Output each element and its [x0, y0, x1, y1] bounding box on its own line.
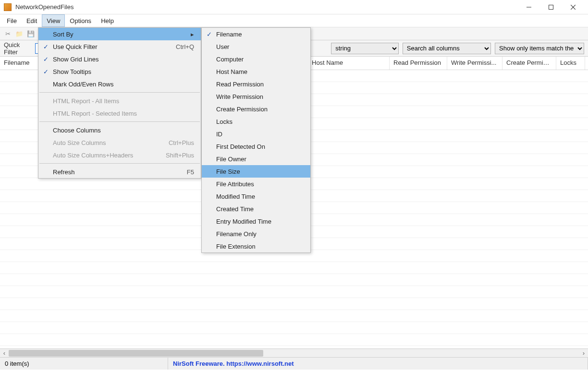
sort-item-label: Computer — [216, 56, 304, 63]
sort-item-read-permission[interactable]: Read Permission — [202, 78, 310, 90]
menu-item-label: Show Grid Lines — [53, 56, 194, 63]
sort-item-label: Filename Only — [216, 230, 304, 238]
window-title: NetworkOpenedFiles — [15, 3, 74, 11]
sort-item-label: Filename — [216, 31, 304, 38]
cut-icon[interactable]: ✂ — [3, 29, 12, 38]
col-read-permission[interactable]: Read Permission — [390, 57, 447, 70]
scroll-left-icon[interactable]: ‹ — [0, 349, 9, 357]
minimize-button[interactable] — [518, 0, 540, 14]
menu-bar: File Edit View Options Help — [0, 14, 588, 27]
sort-item-entry-modified-time[interactable]: Entry Modified Time — [202, 215, 310, 228]
menu-item-label: HTML Report - Selected Items — [53, 110, 194, 117]
sort-item-label: Created Time — [216, 205, 304, 213]
app-icon — [4, 3, 12, 11]
sort-item-created-time[interactable]: Created Time — [202, 203, 310, 215]
svg-rect-1 — [549, 5, 553, 9]
sort-item-locks[interactable]: Locks — [202, 115, 310, 128]
menu-help[interactable]: Help — [96, 14, 119, 27]
menu-file[interactable]: File — [2, 14, 22, 27]
sort-item-label: File Attributes — [216, 180, 304, 188]
sort-item-label: File Size — [216, 168, 304, 175]
sort-item-filename-only[interactable]: Filename Only — [202, 228, 310, 240]
col-create-permission[interactable]: Create Permiss... — [502, 57, 556, 70]
sort-item-user[interactable]: User — [202, 40, 310, 53]
sort-item-label: File Extension — [216, 243, 304, 250]
sort-item-label: Write Permission — [216, 93, 304, 100]
menu-item-html-report-all-items: HTML Report - All Items — [38, 95, 201, 107]
menu-item-choose-columns[interactable]: Choose Columns — [38, 124, 201, 136]
menu-item-accel: Ctrl+Plus — [159, 139, 194, 146]
folder-icon[interactable]: 📁 — [14, 29, 24, 38]
maximize-button[interactable] — [540, 0, 562, 14]
menu-item-show-tooltips[interactable]: ✓Show Tooltips — [38, 65, 201, 78]
check-icon: ✓ — [38, 68, 53, 75]
scroll-track[interactable] — [9, 349, 579, 357]
table-row — [0, 322, 588, 334]
sort-item-label: ID — [216, 131, 304, 138]
title-bar: NetworkOpenedFiles — [0, 0, 588, 14]
table-row — [0, 262, 588, 274]
menu-item-label: Mark Odd/Even Rows — [53, 81, 194, 88]
sort-item-create-permission[interactable]: Create Permission — [202, 103, 310, 115]
menu-item-label: Sort By — [53, 31, 191, 38]
menu-item-html-report-selected-items: HTML Report - Selected Items — [38, 107, 201, 120]
sort-item-label: Modified Time — [216, 193, 304, 200]
col-write-permission[interactable]: Write Permissi... — [447, 57, 502, 70]
menu-item-sort-by[interactable]: Sort By▸ — [38, 28, 201, 40]
save-icon[interactable]: 💾 — [26, 29, 36, 38]
filter-column-select[interactable]: Search all columns — [403, 43, 491, 54]
menu-item-label: Auto Size Columns — [53, 139, 159, 146]
sort-item-label: Locks — [216, 118, 304, 125]
scroll-thumb[interactable] — [9, 350, 263, 357]
sort-item-computer[interactable]: Computer — [202, 53, 310, 65]
table-row — [0, 298, 588, 310]
menu-item-use-quick-filter[interactable]: ✓Use Quick FilterCtrl+Q — [38, 40, 201, 53]
menu-item-label: HTML Report - All Items — [53, 97, 194, 105]
sort-item-label: Host Name — [216, 68, 304, 75]
sort-item-first-detected-on[interactable]: First Detected On — [202, 140, 310, 153]
scroll-right-icon[interactable]: › — [579, 349, 588, 357]
menu-options[interactable]: Options — [65, 14, 96, 27]
menu-edit[interactable]: Edit — [22, 14, 42, 27]
menu-item-mark-odd-even-rows[interactable]: Mark Odd/Even Rows — [38, 78, 201, 90]
sort-item-file-attributes[interactable]: File Attributes — [202, 178, 310, 190]
sort-item-label: File Owner — [216, 156, 304, 163]
col-hostname[interactable]: Host Name — [308, 57, 390, 70]
filter-type-select[interactable]: string — [331, 43, 399, 54]
filter-mode-select[interactable]: Show only items match the f — [495, 43, 584, 54]
status-count: 0 item(s) — [0, 358, 168, 370]
menu-item-accel: Shift+Plus — [156, 152, 194, 159]
menu-item-label: Use Quick Filter — [53, 43, 166, 50]
table-row — [0, 286, 588, 298]
chevron-right-icon: ▸ — [191, 31, 194, 38]
sort-item-file-size[interactable]: File Size — [202, 165, 310, 178]
menu-item-label: Show Tooltips — [53, 68, 194, 75]
sort-item-label: User — [216, 43, 304, 50]
sort-item-file-owner[interactable]: File Owner — [202, 153, 310, 165]
table-row — [0, 334, 588, 346]
view-dropdown: Sort By▸✓Use Quick FilterCtrl+Q✓Show Gri… — [38, 27, 201, 179]
menu-view[interactable]: View — [42, 14, 65, 27]
status-link[interactable]: NirSoft Freeware. https://www.nirsoft.ne… — [168, 358, 588, 370]
menu-item-auto-size-columns-headers: Auto Size Columns+HeadersShift+Plus — [38, 149, 201, 161]
horizontal-scrollbar[interactable]: ‹ › — [0, 348, 588, 357]
table-row — [0, 274, 588, 286]
sort-item-file-extension[interactable]: File Extension — [202, 240, 310, 252]
sort-by-submenu: ✓FilenameUserComputerHost NameRead Permi… — [201, 27, 311, 253]
menu-item-label: Refresh — [53, 168, 177, 176]
sort-item-id[interactable]: ID — [202, 128, 310, 140]
sort-item-host-name[interactable]: Host Name — [202, 65, 310, 78]
sort-item-write-permission[interactable]: Write Permission — [202, 90, 310, 103]
check-icon: ✓ — [38, 56, 53, 63]
sort-item-modified-time[interactable]: Modified Time — [202, 190, 310, 203]
close-button[interactable] — [562, 0, 584, 14]
menu-item-refresh[interactable]: RefreshF5 — [38, 166, 201, 178]
menu-item-accel: Ctrl+Q — [166, 43, 194, 50]
sort-item-label: First Detected On — [216, 143, 304, 150]
check-icon: ✓ — [38, 43, 53, 50]
col-locks[interactable]: Locks — [556, 57, 585, 70]
sort-item-filename[interactable]: ✓Filename — [202, 28, 310, 40]
check-icon: ✓ — [202, 31, 216, 38]
menu-item-show-grid-lines[interactable]: ✓Show Grid Lines — [38, 53, 201, 65]
menu-item-label: Auto Size Columns+Headers — [53, 152, 156, 159]
